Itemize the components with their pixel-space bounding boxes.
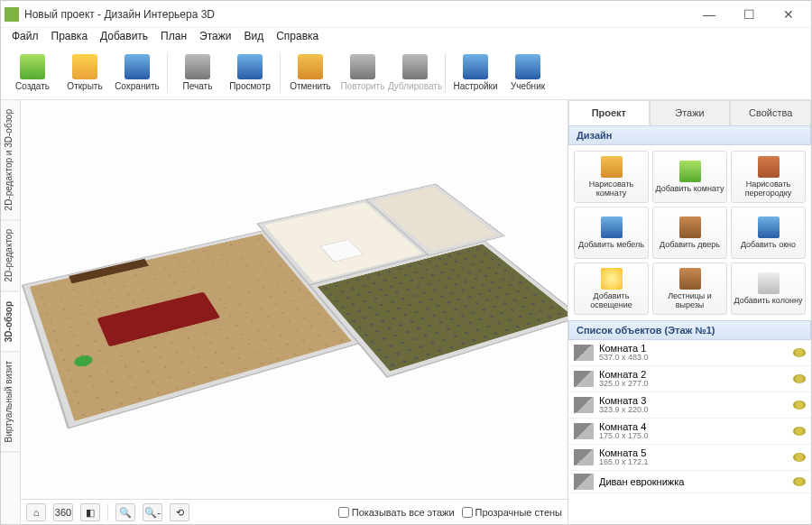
right-tab-Свойства[interactable]: Свойства bbox=[730, 100, 811, 125]
camera-button[interactable]: ⌂ bbox=[26, 503, 46, 521]
reset-view-button[interactable]: ⟲ bbox=[170, 503, 189, 521]
toolbar-label: Создать bbox=[15, 81, 50, 91]
transparent-walls-checkbox[interactable]: Прозрачные стены bbox=[462, 507, 562, 518]
menu-Добавить[interactable]: Добавить bbox=[95, 28, 153, 46]
object-icon bbox=[574, 474, 594, 490]
toolbar-Учебник[interactable]: Учебник bbox=[502, 52, 554, 93]
left-tab-Виртуальный визит[interactable]: Виртуальный визит bbox=[1, 352, 20, 453]
toolbar-label: Отменить bbox=[290, 81, 331, 91]
left-tab-2D-редактор[interactable]: 2D-редактор bbox=[1, 220, 20, 292]
right-tabs: ПроектЭтажиСвойства bbox=[568, 100, 811, 125]
canvas-area: ⌂ 360 ◧ 🔍+ 🔍- ⟲ Показывать все этажи Про… bbox=[21, 100, 567, 524]
menu-Вид[interactable]: Вид bbox=[238, 28, 269, 46]
toolbar-Открыть[interactable]: Открыть bbox=[59, 52, 111, 93]
tool-label: Добавить дверь bbox=[660, 240, 720, 249]
Печать-icon bbox=[185, 54, 210, 79]
tool-label: Добавить окно bbox=[741, 240, 796, 249]
toolbar-Отменить[interactable]: Отменить bbox=[284, 52, 337, 93]
visibility-eye-icon[interactable] bbox=[793, 477, 806, 486]
object-row-Комната 4[interactable]: Комната 4175.0 x 175.0 bbox=[568, 419, 811, 445]
Нарисовать комнату-icon bbox=[601, 156, 623, 178]
tool-label: Добавить колонну bbox=[734, 296, 803, 305]
Отменить-icon bbox=[298, 54, 323, 79]
menubar: ФайлПравкаДобавитьПланЭтажиВидСправка bbox=[1, 28, 811, 46]
maximize-button[interactable]: ☐ bbox=[737, 7, 761, 22]
left-tab-3D-обзор[interactable]: 3D-обзор bbox=[1, 292, 20, 352]
toolbar-Создать[interactable]: Создать bbox=[6, 52, 59, 93]
Дублировать-icon bbox=[402, 54, 428, 79]
360-button[interactable]: 360 bbox=[53, 503, 73, 521]
menu-План[interactable]: План bbox=[155, 28, 192, 46]
toolbar-label: Дублировать bbox=[388, 81, 442, 91]
Сохранить-icon bbox=[125, 54, 150, 79]
tool-Добавить мебель[interactable]: Добавить мебель bbox=[574, 207, 649, 259]
tool-label: Добавить комнату bbox=[655, 184, 724, 193]
zoom-out-button[interactable]: 🔍- bbox=[143, 503, 162, 521]
visibility-eye-icon[interactable] bbox=[793, 427, 806, 436]
menu-Справка[interactable]: Справка bbox=[271, 28, 324, 46]
object-row-Комната 3[interactable]: Комната 3323.9 x 220.0 bbox=[568, 392, 811, 419]
object-row-Комната 1[interactable]: Комната 1537.0 x 483.0 bbox=[568, 340, 811, 366]
object-row-Комната 5[interactable]: Комната 5165.0 x 172.1 bbox=[568, 445, 811, 471]
3d-viewport[interactable] bbox=[21, 100, 567, 499]
Учебник-icon bbox=[515, 54, 540, 79]
right-tab-Проект[interactable]: Проект bbox=[568, 100, 650, 125]
Добавить колонну-icon bbox=[758, 272, 780, 294]
Нарисовать перегородку-icon bbox=[758, 156, 780, 178]
toolbar-separator bbox=[280, 53, 281, 93]
toolbar-Печать[interactable]: Печать bbox=[171, 52, 224, 93]
left-tab-2D-редактор и 3D-обзор[interactable]: 2D-редактор и 3D-обзор bbox=[1, 100, 20, 220]
toolbar-Сохранить[interactable]: Сохранить bbox=[111, 52, 163, 93]
app-icon bbox=[5, 7, 19, 22]
object-info: Диван еврокнижка bbox=[599, 476, 788, 487]
object-dimensions: 325.0 x 277.0 bbox=[599, 380, 788, 389]
visibility-eye-icon[interactable] bbox=[793, 453, 806, 462]
object-row-Диван еврокнижка[interactable]: Диван еврокнижка bbox=[568, 471, 811, 493]
object-row-Комната 2[interactable]: Комната 2325.0 x 277.0 bbox=[568, 366, 811, 392]
toolbar-Просмотр[interactable]: Просмотр bbox=[224, 52, 276, 93]
Настройки-icon bbox=[463, 54, 488, 79]
Просмотр-icon bbox=[237, 54, 263, 79]
titlebar: Новый проект - Дизайн Интерьера 3D — ☐ ✕ bbox=[1, 1, 811, 28]
tool-Добавить освещение[interactable]: Добавить освещение bbox=[574, 262, 649, 315]
menu-Файл[interactable]: Файл bbox=[6, 28, 44, 46]
tool-Добавить дверь[interactable]: Добавить дверь bbox=[652, 207, 727, 259]
menu-Этажи[interactable]: Этажи bbox=[194, 28, 236, 46]
tool-Лестницы и вырезы[interactable]: Лестницы и вырезы bbox=[652, 262, 727, 315]
toolbar-separator bbox=[445, 53, 446, 93]
design-section-header: Дизайн bbox=[568, 125, 811, 145]
object-info: Комната 4175.0 x 175.0 bbox=[599, 421, 788, 441]
tool-label: Добавить освещение bbox=[577, 291, 646, 309]
show-all-floors-checkbox[interactable]: Показывать все этажи bbox=[338, 507, 455, 518]
close-button[interactable]: ✕ bbox=[777, 7, 800, 22]
objects-section-header: Список объектов (Этаж №1) bbox=[568, 320, 811, 340]
zoom-in-button[interactable]: 🔍+ bbox=[115, 503, 135, 521]
show-all-floors-label: Показывать все этажи bbox=[352, 507, 455, 518]
toolbar-Настройки[interactable]: Настройки bbox=[449, 52, 502, 93]
tool-Добавить окно[interactable]: Добавить окно bbox=[731, 207, 806, 259]
tool-Добавить комнату[interactable]: Добавить комнату bbox=[652, 151, 727, 203]
visibility-eye-icon[interactable] bbox=[793, 401, 806, 410]
object-list: Комната 1537.0 x 483.0Комната 2325.0 x 2… bbox=[568, 340, 811, 524]
transparent-walls-label: Прозрачные стены bbox=[475, 507, 562, 518]
object-icon bbox=[574, 449, 594, 465]
fov-button[interactable]: ◧ bbox=[80, 503, 100, 521]
object-dimensions: 537.0 x 483.0 bbox=[599, 354, 788, 363]
visibility-eye-icon[interactable] bbox=[793, 374, 806, 383]
visibility-eye-icon[interactable] bbox=[793, 348, 806, 357]
object-dimensions: 323.9 x 220.0 bbox=[599, 406, 788, 415]
tool-Нарисовать перегородку[interactable]: Нарисовать перегородку bbox=[731, 151, 806, 203]
minimize-button[interactable]: — bbox=[697, 7, 721, 22]
toolbar-Дублировать: Дублировать bbox=[389, 52, 441, 93]
tool-Добавить колонну[interactable]: Добавить колонну bbox=[731, 262, 806, 315]
tool-Нарисовать комнату[interactable]: Нарисовать комнату bbox=[574, 151, 649, 203]
toolbar-label: Учебник bbox=[511, 81, 545, 91]
Добавить дверь-icon bbox=[679, 216, 701, 238]
Добавить мебель-icon bbox=[601, 216, 623, 238]
object-icon bbox=[574, 371, 594, 387]
right-tab-Этажи[interactable]: Этажи bbox=[650, 100, 731, 125]
menu-Правка[interactable]: Правка bbox=[46, 28, 94, 46]
toolbar-label: Настройки bbox=[453, 81, 497, 91]
toolbar-label: Печать bbox=[183, 81, 213, 91]
design-tool-grid: Нарисовать комнатуДобавить комнатуНарисо… bbox=[568, 145, 811, 320]
